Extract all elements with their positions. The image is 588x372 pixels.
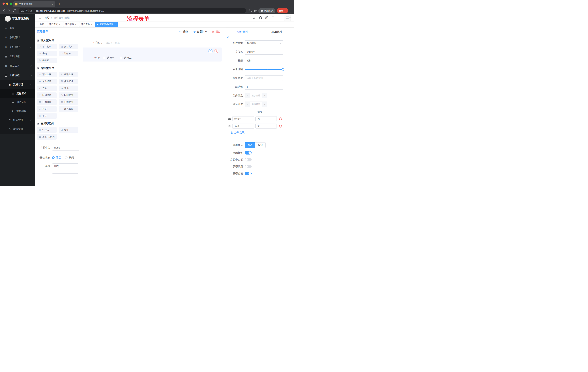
- default-value-input[interactable]: [245, 84, 283, 90]
- drag-handle-icon[interactable]: [228, 117, 231, 120]
- checkbox-option-1[interactable]: 选项一: [103, 56, 115, 60]
- github-icon[interactable]: [259, 16, 262, 20]
- palette-item-rate[interactable]: ☆评分: [37, 106, 57, 112]
- sidebar-item-process-model[interactable]: ➤ 流程模型: [0, 107, 35, 115]
- bookmark-star-icon[interactable]: [253, 9, 257, 12]
- sidebar-item-process-form[interactable]: ▤ 流程表单: [0, 89, 35, 98]
- browser-tab[interactable]: 芋道管理系统 ×: [13, 1, 55, 7]
- style-default-button[interactable]: 默认: [245, 142, 255, 148]
- chevron-down-icon[interactable]: [290, 11, 292, 13]
- checkbox-icon[interactable]: [103, 57, 105, 59]
- palette-item-upload[interactable]: ↥上传: [37, 113, 57, 119]
- form-grid-slider[interactable]: [245, 67, 283, 72]
- minimize-window-button[interactable]: [6, 2, 8, 5]
- palette-item-switch[interactable]: ◐开关: [37, 85, 57, 91]
- back-icon[interactable]: [2, 9, 6, 12]
- search-icon[interactable]: [252, 16, 256, 20]
- security-label[interactable]: 不安全: [25, 9, 32, 12]
- palette-item-single-line-text[interactable]: ▭单行文本: [37, 44, 57, 49]
- option-value-input[interactable]: [255, 124, 277, 129]
- option-label-input[interactable]: [232, 116, 254, 121]
- password-key-icon[interactable]: [249, 9, 252, 12]
- radio-closed[interactable]: 关闭: [65, 156, 74, 159]
- tab-form-props[interactable]: 表单属性: [260, 28, 294, 36]
- increase-button[interactable]: +: [262, 93, 267, 98]
- palette-item-dropdown[interactable]: ◎下拉选择: [37, 72, 57, 77]
- tab-close-icon[interactable]: ×: [52, 3, 53, 5]
- tag-close-icon[interactable]: ×: [59, 23, 60, 26]
- with-border-toggle[interactable]: [245, 158, 252, 161]
- canvas-field-gender-selected[interactable]: *性别 选项一 选项二: [83, 47, 222, 62]
- field-name-input[interactable]: [245, 49, 283, 55]
- increase-button[interactable]: +: [262, 102, 267, 107]
- option-value-input[interactable]: [255, 116, 277, 121]
- palette-item-multi-line-text[interactable]: ▤多行文本: [59, 44, 78, 49]
- delete-component-button[interactable]: [214, 49, 218, 53]
- collapse-sidebar-icon[interactable]: [38, 16, 42, 20]
- slider-handle[interactable]: [282, 68, 284, 71]
- palette-item-counter[interactable]: 123计数器: [59, 51, 78, 56]
- required-toggle[interactable]: [245, 172, 252, 175]
- palette-item-checkbox-group[interactable]: ☑多选框组: [59, 79, 78, 84]
- palette-item-radio-group[interactable]: ◉单选框组: [37, 79, 57, 84]
- show-label-toggle[interactable]: [245, 151, 252, 155]
- palette-item-date-picker[interactable]: ▦日期选择: [37, 99, 57, 105]
- sidebar-item-user-group[interactable]: ☻ 用户分组: [0, 98, 35, 107]
- palette-item-button[interactable]: ⊞按钮: [59, 127, 78, 133]
- sidebar-item-home[interactable]: ⌂ 首页: [0, 23, 35, 33]
- palette-item-color-picker[interactable]: ◑颜色选择: [59, 106, 78, 112]
- sidebar-item-system[interactable]: ⚙ 系统管理: [0, 33, 35, 42]
- remove-option-icon[interactable]: [279, 125, 282, 128]
- palette-item-time-range[interactable]: ◷时间范围: [59, 93, 78, 98]
- tag-process-form[interactable]: 流程表单 ×: [79, 22, 94, 27]
- help-icon[interactable]: ?: [265, 16, 268, 19]
- decrease-button[interactable]: −: [245, 102, 250, 107]
- tag-process-form-edit[interactable]: 流程表单-编辑 ×: [95, 22, 118, 27]
- clear-button[interactable]: 清空: [211, 30, 220, 33]
- drag-handle-icon[interactable]: [228, 125, 231, 128]
- decrease-button[interactable]: −: [245, 93, 250, 98]
- option-label-input[interactable]: [232, 124, 254, 129]
- tab-component-props[interactable]: 组件属性: [226, 28, 260, 36]
- title-input[interactable]: [245, 58, 283, 63]
- palette-item-editor[interactable]: ✎编辑器: [37, 58, 57, 63]
- browser-menu-icon[interactable]: [284, 10, 287, 12]
- style-button-button[interactable]: 按钮: [255, 142, 266, 148]
- forward-icon[interactable]: [7, 9, 11, 12]
- maximize-window-button[interactable]: [10, 2, 12, 5]
- palette-item-slider[interactable]: ⊷滑块: [59, 85, 78, 91]
- sidebar-item-leave-query[interactable]: ♙ 请假查询: [0, 125, 35, 134]
- form-name-input[interactable]: [52, 145, 79, 150]
- checkbox-icon[interactable]: [120, 57, 122, 59]
- sidebar-item-workflow[interactable]: ◫ 工作流程: [0, 71, 35, 80]
- palette-item-cascader[interactable]: ⋔级联选择: [59, 72, 78, 77]
- palette-item-row-container[interactable]: ▥行容器: [37, 127, 57, 133]
- label-width-input[interactable]: [245, 75, 283, 81]
- tag-close-icon[interactable]: ×: [91, 23, 92, 26]
- component-type-select[interactable]: 多选框组: [245, 40, 283, 46]
- copy-component-button[interactable]: [209, 49, 212, 53]
- remove-option-icon[interactable]: [279, 117, 282, 120]
- tag-process-model[interactable]: 流程模型 ×: [63, 22, 78, 27]
- new-tab-button[interactable]: +: [57, 2, 62, 7]
- sidebar-item-task-mgmt[interactable]: ⚑ 任务管理: [0, 115, 35, 125]
- font-size-icon[interactable]: [278, 16, 281, 20]
- close-window-button[interactable]: [2, 2, 5, 5]
- slider-track[interactable]: [245, 69, 283, 70]
- tag-close-icon[interactable]: ×: [115, 23, 116, 26]
- avatar-caret-icon[interactable]: [289, 17, 291, 18]
- save-button[interactable]: 保存: [179, 30, 188, 33]
- reload-icon[interactable]: [12, 9, 16, 12]
- sidebar-item-devtools[interactable]: ⚒ 研发工具: [0, 61, 35, 71]
- form-remark-textarea[interactable]: [52, 163, 78, 174]
- add-option-button[interactable]: 添加选项: [226, 131, 294, 134]
- sidebar-item-process-mgmt[interactable]: ≣ 流程管理: [0, 80, 35, 89]
- min-select-input[interactable]: [250, 93, 262, 98]
- radio-open[interactable]: 开启: [52, 156, 61, 159]
- sidebar-item-infra[interactable]: ▣ 基础设施: [0, 52, 35, 61]
- disabled-toggle[interactable]: [245, 165, 252, 168]
- palette-item-date-range[interactable]: ▦日期范围: [59, 99, 78, 105]
- breadcrumb-home[interactable]: 首页: [44, 16, 50, 20]
- view-json-button[interactable]: 查看json: [193, 30, 207, 33]
- chrome-update-button[interactable]: 更新: [277, 8, 288, 13]
